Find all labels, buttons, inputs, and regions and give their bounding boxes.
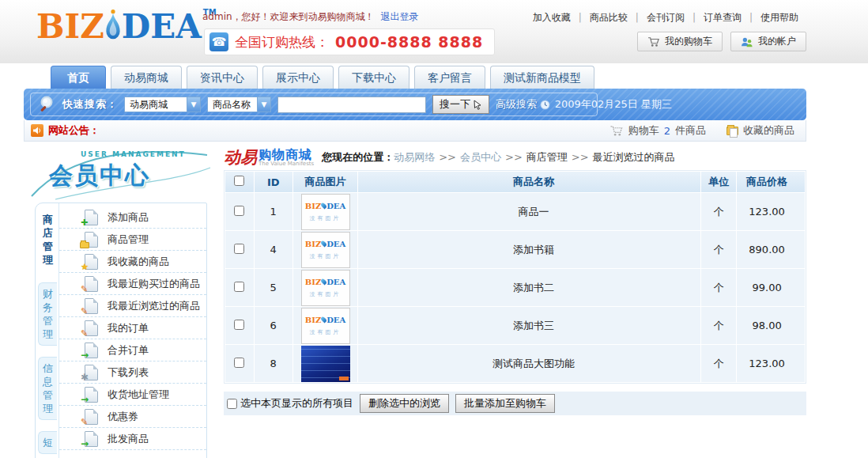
product-name[interactable]: 添加书籍 [358,231,700,268]
product-price: 123.00 [737,345,805,382]
link-order-query[interactable]: 订单查询 [696,12,749,23]
tab-downloads[interactable]: 下载中心 [338,66,409,89]
product-thumbnail[interactable] [301,346,350,382]
category-rail: 商店管理 财务管理 信息管理 短 [36,203,59,458]
advanced-search-link[interactable]: 高级搜索 [496,97,537,112]
cart-status-link[interactable]: 购物车2件商品 [609,123,706,138]
menu-my-favorites[interactable]: ★ 我收藏的商品 [59,251,206,273]
row-checkbox[interactable] [234,358,244,368]
batch-actions-bar: 选中本页显示的所有项目 删除选中的浏览 批量添加至购物车 [224,392,806,415]
menu-download-list[interactable]: ✱ 下载列表 [59,361,206,384]
breadcrumb-separator: >> [505,151,523,163]
logo-biz-text: BIZ [36,6,104,47]
product-id: 1 [255,193,292,230]
cart-outline-icon [609,125,624,137]
folder-doc-icon [85,232,98,248]
field-select[interactable]: 商品名称 ▼ [207,97,271,112]
product-name[interactable]: 测试商品大图功能 [358,345,700,382]
thumb-biz: BIZ [305,240,321,248]
select-all-checkbox[interactable] [227,399,237,409]
date-text: 2009年02月25日 星期三 [555,97,672,112]
greeting-text: admin，您好！欢迎来到动易购物商城！ [202,11,375,22]
product-name[interactable]: 添加书二 [358,269,700,306]
select-all-header-checkbox[interactable] [234,176,244,186]
product-name[interactable]: 添加书三 [358,307,700,344]
row-checkbox[interactable] [234,282,244,292]
table-row: 8 测试商品大图功能 个 123.00 [225,345,805,382]
rail-tab-finance-management[interactable]: 财务管理 [38,282,57,346]
menu-label: 我收藏的商品 [108,255,169,269]
link-subscribe[interactable]: 会刊订阅 [639,12,693,23]
menu-label: 收货地址管理 [108,388,169,402]
breadcrumb-member-center[interactable]: 会员中心 [460,151,501,163]
tab-news[interactable]: 资讯中心 [187,66,258,89]
link-compare[interactable]: 商品比较 [582,12,636,23]
menu-shipping-address[interactable]: → 收货地址管理 [59,384,206,406]
menu-add-product[interactable]: ✚ 添加商品 [59,206,206,229]
speaker-icon [31,124,43,137]
logout-link[interactable]: 退出登录 [380,11,418,22]
search-button-label: 搜一下 [440,97,470,112]
menu-my-orders[interactable]: ✎ 我的订单 [59,317,206,339]
favorites-link[interactable]: 收藏的商品 [726,123,794,138]
tab-showcase[interactable]: 展示中心 [262,66,334,89]
table-header-row: ID 商品图片 商品名称 单位 商品价格 [225,172,805,192]
magnifier-icon [39,95,56,114]
menu-label: 商品管理 [108,233,149,247]
tab-mall[interactable]: 动易商城 [111,66,182,89]
main-content: 动易 购物商城 The Value Manifests 您现在的位置：动易网络>… [224,145,806,415]
product-id: 5 [255,269,292,306]
member-menu: 商店管理 财务管理 信息管理 短 ✚ 添加商品 商品管理 ★ 我收藏的商品 ✎ … [35,203,207,458]
batch-add-to-cart-button[interactable]: 批量添加至购物车 [455,394,555,413]
recently-viewed-table: ID 商品图片 商品名称 单位 商品价格 1 BIZDEA 没有图片 商品一 个… [224,170,806,384]
search-input[interactable] [277,97,426,113]
breadcrumb: 动易 购物商城 The Value Manifests 您现在的位置：动易网络>… [224,145,806,170]
my-account-button[interactable]: 我的帐户 [730,32,806,51]
rail-tab-info-management[interactable]: 信息管理 [38,357,57,420]
breadcrumb-shop-management[interactable]: 商店管理 [526,151,568,163]
tab-home[interactable]: 首页 [51,66,106,89]
product-thumbnail[interactable]: BIZDEA 没有图片 [301,270,350,306]
row-checkbox[interactable] [234,206,244,216]
sidebar-title-en: USER MANAGEMENT [81,150,186,158]
product-name[interactable]: 商品一 [358,193,700,230]
folder-icon [726,127,738,135]
delete-selected-button[interactable]: 删除选中的浏览 [360,394,449,413]
sidebar-title: 会员中心 [49,160,150,192]
product-thumbnail[interactable]: BIZDEA 没有图片 [301,194,350,230]
tab-guestbook[interactable]: 客户留言 [414,66,485,89]
product-unit: 个 [701,231,736,268]
favorites-label: 收藏的商品 [743,123,794,138]
row-checkbox[interactable] [234,244,244,254]
add-doc-icon: ✚ [85,210,98,225]
menu-recently-viewed[interactable]: ✎ 我最近浏览过的商品 [59,295,206,317]
col-header-price: 商品价格 [737,172,805,192]
product-thumbnail[interactable]: BIZDEA 没有图片 [301,308,350,344]
rail-tab-sms[interactable]: 短 [38,431,57,454]
menu-wholesale[interactable]: → 批发商品 [59,428,206,450]
row-checkbox[interactable] [234,320,244,330]
phone-icon: ☎ [209,32,228,51]
menu-recently-bought[interactable]: ✎ 我最近购买过的商品 [59,273,206,295]
tab-test-model[interactable]: 测试新商品模型 [490,66,594,89]
thumb-dea: DEA [326,202,345,210]
menu-label: 我最近浏览过的商品 [108,299,200,313]
site-select[interactable]: 动易商城 ▼ [124,97,201,112]
product-unit: 个 [701,269,736,306]
select-all-control[interactable]: 选中本页显示的所有项目 [227,396,353,411]
menu-coupons[interactable]: ✎ 优惠券 [59,406,206,428]
rail-tab-shop-management[interactable]: 商店管理 [38,208,57,271]
menu-merge-orders[interactable]: → 合并订单 [59,339,206,361]
link-help[interactable]: 使用帮助 [753,12,806,23]
link-add-favorite[interactable]: 加入收藏 [525,12,579,23]
my-cart-button[interactable]: 我的购物车 [637,32,723,51]
logo-dea-text: DEA [122,6,202,47]
product-thumbnail[interactable]: BIZDEA 没有图片 [301,232,350,268]
search-button[interactable]: 搜一下 [432,95,489,114]
arrow-doc-icon: → [85,387,98,403]
menu-label: 优惠券 [108,410,138,424]
cart-status-suffix: 件商品 [675,123,706,138]
menu-product-management[interactable]: 商品管理 [59,229,206,251]
breadcrumb-site[interactable]: 动易网络 [394,151,435,163]
gear-doc-icon: ✱ [85,365,98,380]
